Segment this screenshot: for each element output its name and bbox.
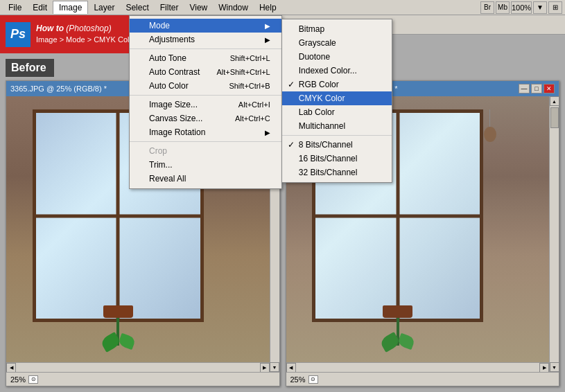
- mode-arrow: ▶: [265, 22, 270, 30]
- after-plant-leaves: [338, 335, 457, 349]
- menu-adjustments[interactable]: Adjustments ▶: [130, 33, 281, 46]
- after-scrollbar-v[interactable]: ▲ ▼: [549, 96, 559, 372]
- menu-divider-1: [130, 48, 281, 49]
- after-leaf-1: [379, 332, 401, 353]
- after-scroll-up[interactable]: ▲: [550, 96, 559, 106]
- before-scroll-down[interactable]: ▼: [270, 362, 279, 372]
- after-maximize-btn[interactable]: □: [531, 84, 542, 93]
- after-window-controls: — □ ✕: [519, 84, 555, 93]
- before-label: Before: [6, 59, 54, 77]
- submenu-rgb-color[interactable]: ✓ RGB Color: [282, 78, 392, 91]
- after-minimize-btn[interactable]: —: [519, 84, 530, 93]
- trim-label: Trim...: [149, 160, 173, 170]
- reveal-all-label: Reveal All: [149, 174, 186, 184]
- menu-layer[interactable]: Layer: [88, 1, 120, 14]
- before-scroll-h-track: [16, 363, 260, 372]
- menu-auto-contrast[interactable]: Auto Contrast Alt+Shift+Ctrl+L: [130, 65, 281, 79]
- menu-canvas-size[interactable]: Canvas Size... Alt+Ctrl+C: [130, 112, 281, 125]
- image-rotation-arrow: ▶: [265, 129, 270, 136]
- after-scroll-thumb[interactable]: [550, 107, 559, 128]
- 8bits-check: ✓: [288, 140, 295, 150]
- before-window-bar-h: [36, 214, 200, 217]
- auto-contrast-label: Auto Contrast: [149, 67, 200, 77]
- submenu-16bits[interactable]: 16 Bits/Channel: [282, 152, 392, 166]
- menu-crop: Crop: [130, 144, 281, 158]
- submenu-bitmap[interactable]: Bitmap: [282, 22, 392, 36]
- image-rotation-label: Image Rotation: [149, 127, 205, 137]
- auto-color-label: Auto Color: [149, 81, 189, 91]
- menu-edit[interactable]: Edit: [27, 1, 53, 14]
- menu-trim[interactable]: Trim...: [130, 158, 281, 172]
- auto-contrast-shortcut: Alt+Shift+Ctrl+L: [216, 68, 270, 76]
- menu-filter[interactable]: Filter: [155, 1, 184, 14]
- menu-image-size[interactable]: Image Size... Alt+Ctrl+I: [130, 98, 281, 112]
- instruction-path: Image > Mode > CMYK Color: [36, 35, 136, 45]
- submenu-indexed-color[interactable]: Indexed Color...: [282, 64, 392, 78]
- arrange-icon[interactable]: ⊞: [548, 1, 562, 14]
- submenu-lab-color[interactable]: Lab Color: [282, 105, 392, 119]
- crop-label: Crop: [149, 146, 167, 156]
- zoom-display[interactable]: 100%: [511, 1, 532, 14]
- auto-tone-label: Auto Tone: [149, 53, 186, 63]
- after-scroll-h-track: [296, 363, 540, 372]
- instruction-banner: Ps How to (Photoshop) Image > Mode > CMY…: [0, 15, 146, 53]
- br-icon[interactable]: Br: [480, 1, 494, 14]
- app-name: (Photoshop): [66, 24, 111, 33]
- ps-icon: Ps: [6, 22, 31, 47]
- before-statusbar: 25% ⊙: [6, 372, 279, 386]
- mode-label: Mode: [149, 21, 170, 30]
- zoom-dropdown-icon[interactable]: ▼: [533, 1, 547, 14]
- before-status-icon-1[interactable]: ⊙: [28, 375, 38, 384]
- submenu-cmyk-color[interactable]: CMYK Color: [282, 91, 392, 105]
- after-hang-string: [489, 109, 490, 127]
- menu-view[interactable]: View: [184, 1, 213, 14]
- menu-mode[interactable]: Mode ▶ Bitmap Grayscale Duotone Indexed …: [130, 19, 281, 33]
- menu-auto-color[interactable]: Auto Color Shift+Ctrl+B: [130, 79, 281, 93]
- submenu-8bits[interactable]: ✓ 8 Bits/Channel: [282, 138, 392, 152]
- after-close-btn[interactable]: ✕: [544, 84, 555, 93]
- before-scroll-right[interactable]: ▶: [260, 363, 270, 373]
- submenu-grayscale[interactable]: Grayscale: [282, 36, 392, 50]
- menu-file[interactable]: File: [3, 1, 27, 14]
- after-scroll-right[interactable]: ▶: [539, 363, 549, 373]
- before-plant-pot: [103, 305, 133, 318]
- after-plant-pot: [383, 305, 412, 318]
- after-window-bar-h: [315, 214, 480, 217]
- menu-bar-right: Br Mb 100% ▼ ⊞: [480, 1, 562, 14]
- before-scroll-left[interactable]: ◀: [6, 363, 16, 373]
- menu-reveal-all[interactable]: Reveal All: [130, 172, 281, 186]
- submenu-duotone[interactable]: Duotone: [282, 50, 392, 64]
- before-plant-leaves: [59, 335, 177, 349]
- after-scrollbar-h[interactable]: ◀ ▶: [286, 362, 550, 372]
- menu-bar: File Edit Image Layer Select Filter View…: [0, 0, 565, 15]
- menu-help[interactable]: Help: [254, 1, 282, 14]
- submenu-32bits[interactable]: 32 Bits/Channel: [282, 166, 392, 179]
- menu-select[interactable]: Select: [120, 1, 154, 14]
- after-statusbar: 25% ⊙: [286, 372, 559, 386]
- how-to-label: How to: [36, 24, 64, 33]
- after-scroll-down[interactable]: ▼: [550, 362, 559, 372]
- after-scroll-track: [550, 106, 559, 362]
- canvas-size-label: Canvas Size...: [149, 114, 202, 123]
- rgb-check: ✓: [288, 80, 295, 89]
- after-zoom: 25%: [290, 375, 306, 384]
- mb-icon[interactable]: Mb: [496, 1, 510, 14]
- menu-auto-tone[interactable]: Auto Tone Shift+Ctrl+L: [130, 51, 281, 65]
- adjustments-label: Adjustments: [149, 35, 195, 44]
- before-scrollbar-h[interactable]: ◀ ▶: [6, 362, 270, 372]
- menu-window[interactable]: Window: [213, 1, 254, 14]
- before-leaf-1: [99, 332, 121, 353]
- menu-image[interactable]: Image: [53, 1, 88, 14]
- auto-tone-shortcut: Shift+Ctrl+L: [230, 54, 270, 62]
- after-hanging: [470, 109, 510, 189]
- image-size-shortcut: Alt+Ctrl+I: [238, 100, 270, 109]
- before-zoom: 25%: [10, 375, 26, 384]
- after-status-icon-1[interactable]: ⊙: [308, 375, 318, 384]
- after-scroll-left[interactable]: ◀: [286, 363, 296, 373]
- after-plant: [338, 305, 457, 349]
- canvas-size-shortcut: Alt+Ctrl+C: [235, 114, 270, 123]
- adjustments-arrow: ▶: [265, 36, 270, 44]
- menu-image-rotation[interactable]: Image Rotation ▶: [130, 125, 281, 139]
- image-size-label: Image Size...: [149, 100, 198, 109]
- submenu-multichannel[interactable]: Multichannel: [282, 119, 392, 133]
